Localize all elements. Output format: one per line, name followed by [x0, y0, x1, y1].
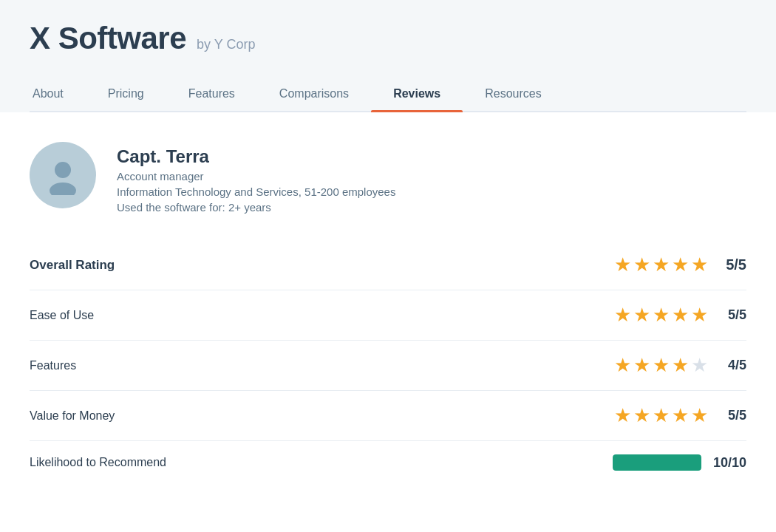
- progress-bar-fill: [613, 454, 701, 471]
- rating-row-ease: Ease of Use ★ ★ ★ ★ ★ 5/5: [30, 290, 746, 340]
- star-5: ★: [691, 253, 708, 276]
- rating-label-overall: Overall Rating: [30, 258, 115, 273]
- star-1: ★: [614, 253, 631, 276]
- reviewer-info: Capt. Terra Account manager Information …: [117, 142, 395, 214]
- stars-value: ★ ★ ★ ★ ★: [614, 404, 708, 427]
- rating-row-features: Features ★ ★ ★ ★ ★ 4/5: [30, 340, 746, 390]
- star-2: ★: [633, 304, 650, 327]
- rating-row-value: Value for Money ★ ★ ★ ★ ★ 5/5: [30, 390, 746, 440]
- rating-row-overall: Overall Rating ★ ★ ★ ★ ★ 5/5: [30, 240, 746, 290]
- tab-resources[interactable]: Resources: [463, 77, 563, 111]
- star-1: ★: [614, 304, 631, 327]
- rating-score-ease: 5/5: [720, 307, 746, 323]
- avatar: [30, 142, 96, 208]
- rating-right-ease: ★ ★ ★ ★ ★ 5/5: [614, 304, 746, 327]
- by-company: by Y Corp: [197, 37, 255, 52]
- star-1: ★: [614, 404, 631, 427]
- tab-about[interactable]: About: [30, 77, 86, 111]
- rating-label-likelihood: Likelihood to Recommend: [30, 456, 166, 469]
- rating-row-likelihood: Likelihood to Recommend 10/10: [30, 440, 746, 484]
- title-row: X Software by Y Corp: [30, 21, 746, 56]
- stars-features: ★ ★ ★ ★ ★: [614, 354, 708, 377]
- reviewer-usage: Used the software for: 2+ years: [117, 201, 395, 214]
- app-title: X Software: [30, 21, 186, 56]
- rating-right-features: ★ ★ ★ ★ ★ 4/5: [614, 354, 746, 377]
- ratings-section: Overall Rating ★ ★ ★ ★ ★ 5/5 Ease of Use: [30, 240, 746, 484]
- rating-score-overall: 5/5: [720, 256, 746, 273]
- star-4: ★: [672, 304, 689, 327]
- reviewer-name: Capt. Terra: [117, 146, 395, 167]
- reviewer-role: Account manager: [117, 170, 395, 183]
- stars-overall: ★ ★ ★ ★ ★: [614, 253, 708, 276]
- star-3: ★: [653, 354, 670, 377]
- rating-right-overall: ★ ★ ★ ★ ★ 5/5: [614, 253, 746, 276]
- star-3: ★: [653, 253, 670, 276]
- rating-label-features: Features: [30, 359, 76, 372]
- rating-score-features: 4/5: [720, 358, 746, 373]
- tab-reviews[interactable]: Reviews: [371, 77, 463, 111]
- rating-label-value: Value for Money: [30, 409, 115, 423]
- tab-pricing[interactable]: Pricing: [86, 77, 166, 111]
- reviewer-company: Information Technology and Services, 51-…: [117, 185, 395, 198]
- rating-score-likelihood: 10/10: [713, 455, 746, 471]
- star-3: ★: [653, 304, 670, 327]
- tab-features[interactable]: Features: [166, 77, 257, 111]
- star-4: ★: [672, 404, 689, 427]
- svg-point-1: [50, 183, 76, 195]
- star-4: ★: [672, 354, 689, 377]
- star-5: ★: [691, 404, 708, 427]
- star-2: ★: [633, 354, 650, 377]
- progress-bar-container: [613, 454, 701, 471]
- star-4: ★: [672, 253, 689, 276]
- star-2: ★: [633, 253, 650, 276]
- star-5-empty: ★: [691, 354, 708, 377]
- stars-ease: ★ ★ ★ ★ ★: [614, 304, 708, 327]
- rating-right-likelihood: 10/10: [613, 454, 746, 471]
- star-5: ★: [691, 304, 708, 327]
- header: X Software by Y Corp About Pricing Featu…: [0, 0, 776, 112]
- page-wrapper: X Software by Y Corp About Pricing Featu…: [0, 0, 776, 532]
- star-2: ★: [633, 404, 650, 427]
- tab-comparisons[interactable]: Comparisons: [257, 77, 371, 111]
- content: Capt. Terra Account manager Information …: [0, 112, 776, 514]
- rating-label-ease: Ease of Use: [30, 309, 94, 322]
- nav-tabs: About Pricing Features Comparisons Revie…: [30, 77, 746, 112]
- rating-score-value: 5/5: [720, 408, 746, 423]
- star-1: ★: [614, 354, 631, 377]
- star-3: ★: [653, 404, 670, 427]
- rating-right-value: ★ ★ ★ ★ ★ 5/5: [614, 404, 746, 427]
- reviewer-section: Capt. Terra Account manager Information …: [30, 142, 746, 214]
- svg-point-0: [55, 162, 71, 178]
- avatar-icon: [43, 155, 83, 195]
